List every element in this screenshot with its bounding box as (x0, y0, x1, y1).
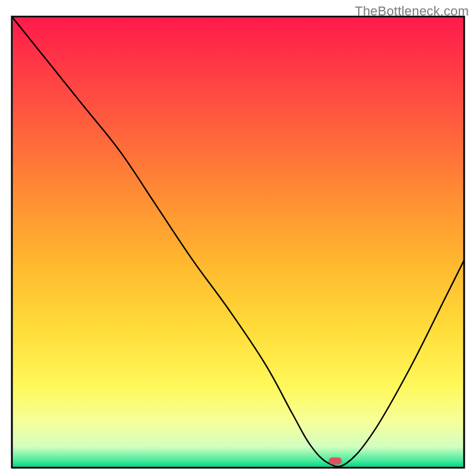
plot-area (12, 17, 464, 468)
gradient-background (13, 18, 464, 467)
bottleneck-chart (0, 0, 476, 476)
chart-container: TheBottleneck.com (0, 0, 476, 476)
optimal-marker (328, 458, 342, 465)
